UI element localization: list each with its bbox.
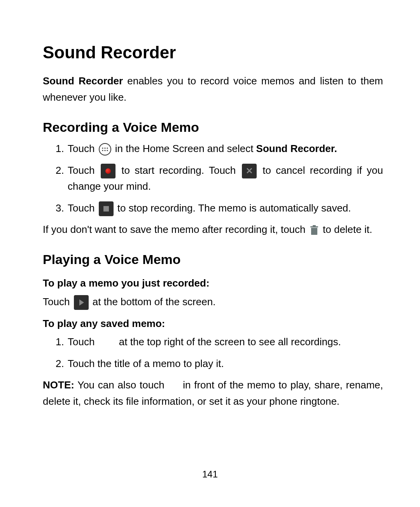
- text: If you don't want to save the memo after…: [43, 224, 308, 235]
- section-recording-title: Recording a Voice Memo: [43, 117, 383, 138]
- svg-point-3: [107, 147, 108, 149]
- text: to delete it.: [323, 224, 372, 235]
- svg-rect-7: [311, 228, 317, 235]
- svg-point-4: [102, 150, 103, 151]
- delete-paragraph: If you don't want to save the memo after…: [43, 222, 383, 238]
- text: You can also touch: [74, 379, 168, 391]
- recording-step-2: Touch to start recording. Touch ✕ to can…: [67, 163, 383, 195]
- saved-steps-list: Touch at the top right of the screen to …: [43, 334, 383, 372]
- saved-step-1: Touch at the top right of the screen to …: [67, 334, 383, 350]
- recording-step-3: Touch to stop recording. The memo is aut…: [67, 200, 383, 217]
- saved-step-2: Touch the title of a memo to play it.: [67, 356, 383, 372]
- svg-point-5: [104, 150, 105, 151]
- text: Touch: [68, 143, 98, 154]
- cancel-button-icon: ✕: [242, 164, 257, 178]
- app-name: Sound Recorder.: [256, 143, 337, 154]
- text: in the Home Screen and select: [115, 143, 256, 154]
- recording-step-1: Touch in the Home Screen and select Soun…: [67, 141, 383, 157]
- play-subheading-2: To play any saved memo:: [43, 316, 383, 332]
- svg-point-2: [104, 147, 105, 149]
- text: Touch: [68, 336, 98, 348]
- play-button-icon: [74, 295, 89, 310]
- recording-steps-list: Touch in the Home Screen and select Soun…: [43, 141, 383, 216]
- trash-icon: [310, 224, 319, 236]
- svg-point-6: [107, 150, 108, 151]
- text: to start recording. Touch: [121, 164, 240, 176]
- svg-rect-9: [313, 225, 316, 226]
- text: at the top right of the screen to see al…: [116, 336, 341, 348]
- text: Touch: [43, 296, 73, 308]
- page-number: 141: [0, 467, 420, 482]
- stop-button-icon: [99, 201, 114, 216]
- svg-point-0: [99, 143, 111, 155]
- text: Touch: [68, 202, 98, 214]
- page-title: Sound Recorder: [43, 39, 383, 66]
- section-playing-title: Playing a Voice Memo: [43, 249, 383, 270]
- play-subheading-1: To play a memo you just recorded:: [43, 275, 383, 292]
- text: Touch: [68, 164, 100, 176]
- text: at the bottom of the screen.: [93, 296, 216, 308]
- note-paragraph: NOTE: You can also touch in front of the…: [43, 377, 383, 409]
- play-just-recorded: Touch at the bottom of the screen.: [43, 294, 383, 310]
- apps-grid-icon: [99, 143, 111, 156]
- text: to stop recording. The memo is automatic…: [117, 202, 351, 214]
- note-label: NOTE:: [43, 379, 74, 391]
- svg-rect-8: [310, 226, 318, 227]
- svg-point-1: [102, 147, 103, 149]
- intro-bold: Sound Recorder: [43, 75, 123, 87]
- record-button-icon: [101, 164, 116, 178]
- intro-paragraph: Sound Recorder enables you to record voi…: [43, 73, 383, 105]
